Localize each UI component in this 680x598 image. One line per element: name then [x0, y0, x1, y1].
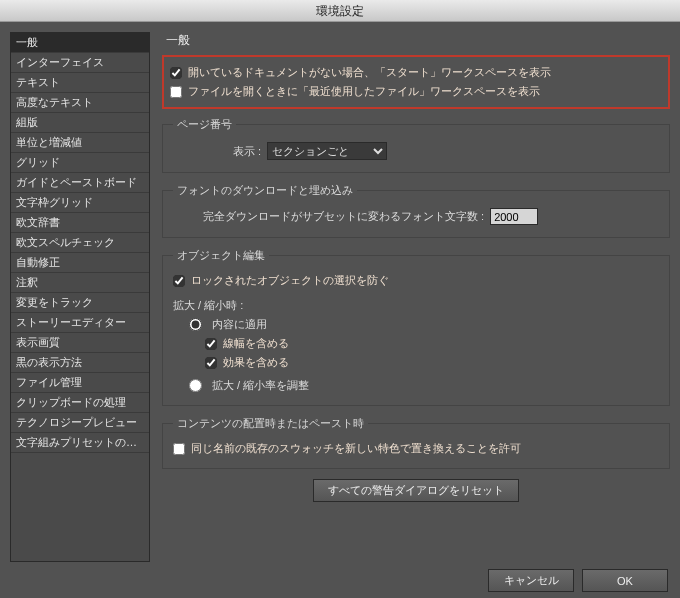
- sidebar-item[interactable]: 高度なテキスト: [11, 93, 149, 113]
- include-effects-label: 効果を含める: [223, 355, 289, 370]
- scaling-label: 拡大 / 縮小時 :: [173, 298, 243, 313]
- show-start-workspace-label: 開いているドキュメントがない場合、「スタート」ワークスペースを表示: [188, 65, 551, 80]
- page-numbering-group: ページ番号 表示 : セクションごと: [162, 117, 670, 173]
- include-strokes-label: 線幅を含める: [223, 336, 289, 351]
- page-numbering-display-label: 表示 :: [233, 144, 261, 159]
- sidebar-item[interactable]: 表示画質: [11, 333, 149, 353]
- object-editing-legend: オブジェクト編集: [173, 248, 269, 263]
- sidebar-item[interactable]: 文字枠グリッド: [11, 193, 149, 213]
- prevent-locked-label: ロックされたオブジェクトの選択を防ぐ: [191, 273, 389, 288]
- category-sidebar[interactable]: 一般インターフェイステキスト高度なテキスト組版単位と増減値グリッドガイドとペース…: [10, 32, 150, 562]
- apply-to-content-radio[interactable]: [189, 318, 202, 331]
- include-strokes-checkbox[interactable]: [205, 338, 217, 350]
- main-panel: 一般 開いているドキュメントがない場合、「スタート」ワークスペースを表示 ファイ…: [162, 32, 670, 578]
- sidebar-item[interactable]: ガイドとペーストボード: [11, 173, 149, 193]
- sidebar-item[interactable]: 欧文スペルチェック: [11, 233, 149, 253]
- font-download-legend: フォントのダウンロードと埋め込み: [173, 183, 357, 198]
- sidebar-item[interactable]: 単位と増減値: [11, 133, 149, 153]
- sidebar-item[interactable]: 組版: [11, 113, 149, 133]
- swatch-replace-label: 同じ名前の既存のスウォッチを新しい特色で置き換えることを許可: [191, 441, 521, 456]
- dialog-footer: キャンセル OK: [488, 569, 668, 592]
- highlighted-options-box: 開いているドキュメントがない場合、「スタート」ワークスペースを表示 ファイルを開…: [162, 55, 670, 109]
- sidebar-item[interactable]: ファイル管理: [11, 373, 149, 393]
- swatch-replace-checkbox[interactable]: [173, 443, 185, 455]
- sidebar-item[interactable]: 文字組みプリセットの表示設定: [11, 433, 149, 453]
- include-effects-checkbox[interactable]: [205, 357, 217, 369]
- sidebar-item[interactable]: テキスト: [11, 73, 149, 93]
- sidebar-item[interactable]: インターフェイス: [11, 53, 149, 73]
- sidebar-item[interactable]: テクノロジープレビュー: [11, 413, 149, 433]
- adjust-scaling-label: 拡大 / 縮小率を調整: [212, 378, 309, 393]
- sidebar-item[interactable]: 自動修正: [11, 253, 149, 273]
- sidebar-item[interactable]: 注釈: [11, 273, 149, 293]
- reset-warnings-button[interactable]: すべての警告ダイアログをリセット: [313, 479, 519, 502]
- font-download-group: フォントのダウンロードと埋め込み 完全ダウンロードがサブセットに変わるフォント文…: [162, 183, 670, 238]
- adjust-scaling-radio[interactable]: [189, 379, 202, 392]
- object-editing-group: オブジェクト編集 ロックされたオブジェクトの選択を防ぐ 拡大 / 縮小時 : 内…: [162, 248, 670, 406]
- sidebar-item[interactable]: 欧文辞書: [11, 213, 149, 233]
- show-recent-workspace-label: ファイルを開くときに「最近使用したファイル」ワークスペースを表示: [188, 84, 540, 99]
- panel-title: 一般: [166, 32, 670, 49]
- client-area: 一般インターフェイステキスト高度なテキスト組版単位と増減値グリッドガイドとペース…: [0, 22, 680, 578]
- show-start-workspace-checkbox[interactable]: [170, 67, 182, 79]
- prevent-locked-checkbox[interactable]: [173, 275, 185, 287]
- page-numbering-legend: ページ番号: [173, 117, 236, 132]
- window-title: 環境設定: [316, 4, 364, 18]
- sidebar-item[interactable]: 黒の表示方法: [11, 353, 149, 373]
- sidebar-item[interactable]: 変更をトラック: [11, 293, 149, 313]
- page-numbering-display-select[interactable]: セクションごと: [267, 142, 387, 160]
- apply-to-content-label: 内容に適用: [212, 317, 267, 332]
- sidebar-item[interactable]: 一般: [11, 33, 149, 53]
- ok-button[interactable]: OK: [582, 569, 668, 592]
- content-paste-group: コンテンツの配置時またはペースト時 同じ名前の既存のスウォッチを新しい特色で置き…: [162, 416, 670, 469]
- show-recent-workspace-checkbox[interactable]: [170, 86, 182, 98]
- content-paste-legend: コンテンツの配置時またはペースト時: [173, 416, 368, 431]
- font-threshold-label: 完全ダウンロードがサブセットに変わるフォント文字数 :: [203, 209, 484, 224]
- sidebar-item[interactable]: ストーリーエディター: [11, 313, 149, 333]
- title-bar: 環境設定: [0, 0, 680, 22]
- sidebar-item[interactable]: クリップボードの処理: [11, 393, 149, 413]
- sidebar-item[interactable]: グリッド: [11, 153, 149, 173]
- font-threshold-input[interactable]: [490, 208, 538, 225]
- cancel-button[interactable]: キャンセル: [488, 569, 574, 592]
